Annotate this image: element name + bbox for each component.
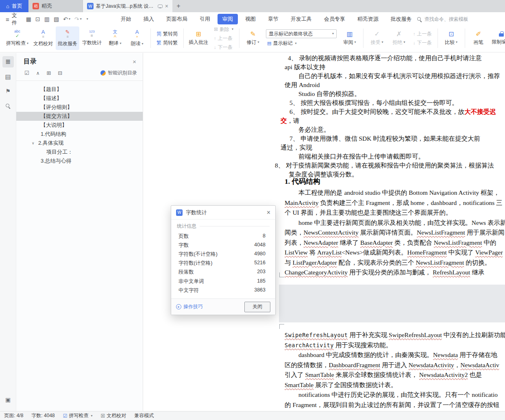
toc-close-icon[interactable]: × xyxy=(133,59,136,65)
toc-item[interactable]: 3.总结与心得 xyxy=(16,157,143,165)
search-panel-button[interactable] xyxy=(2,100,14,111)
print-preview-button[interactable]: ▧ xyxy=(52,15,61,23)
word-count-indicator[interactable]: 字数: 4048 xyxy=(31,412,54,419)
outline-panel-button[interactable]: ≣ xyxy=(2,56,14,67)
undo-button[interactable]: ↶▾ xyxy=(61,15,72,23)
dialog-title-bar[interactable]: W 字数统计 × xyxy=(171,206,275,220)
doc-line[interactable]: 列表，NewsAdapter 继承了 BaseAdapter 类，负责配合 Ne… xyxy=(285,238,505,248)
ink-brush-button[interactable]: ✐画笔 xyxy=(468,26,489,50)
doc-line[interactable]: 引入了 SmartTable 来展示全球数据疫情统计表， NewsdataAct… xyxy=(285,370,505,380)
tips-link[interactable]: 操作技巧 xyxy=(176,303,203,310)
docer-tab[interactable]: 稻 稻壳 xyxy=(28,0,83,12)
show-markup-button[interactable]: ▤显示标记▾ xyxy=(266,39,337,47)
toc-item[interactable]: 【评分细则】 xyxy=(16,103,143,112)
spell-check-toggle[interactable]: ☑ 拼写检查 ▾ xyxy=(63,412,93,419)
toolbar-more-button[interactable]: ▾ xyxy=(84,16,90,22)
doc-line[interactable]: 自己的手机版本，如果没有安卓手机演示可以使用模拟器进行演示，推荐 xyxy=(298,72,505,81)
toc-up-button[interactable]: ∧ xyxy=(35,70,41,77)
doc-line[interactable]: SearchActivity 用于实现搜索功能。 xyxy=(285,340,505,350)
doc-line[interactable]: dashboard 中完成疫情数据的统计，由秦漪实现。Newsdata 用于存储… xyxy=(298,350,505,360)
next-change-button[interactable]: ↓下一条 xyxy=(412,39,433,47)
doc-line[interactable]: 闻类，NewsContextActivity 展示新闻详情页面。NewsList… xyxy=(285,228,505,238)
main-menu-icon[interactable]: ≡ xyxy=(6,16,9,22)
tab-section[interactable]: 章节 xyxy=(263,14,283,24)
doc-line[interactable]: 前端相关接口并在报告中上传申请截图即可。 xyxy=(298,152,505,161)
dialog-close-icon[interactable]: × xyxy=(267,209,270,216)
chapter-panel-button[interactable]: ▤ xyxy=(2,71,14,82)
tab-references[interactable]: 引用 xyxy=(195,14,215,24)
redo-button[interactable]: ↷▾ xyxy=(73,15,83,23)
tab-member[interactable]: 会员专享 xyxy=(319,14,350,24)
doc-proofing-button[interactable]: A≡文档校对 xyxy=(31,26,55,50)
tab-insert[interactable]: 插入 xyxy=(139,14,159,24)
output-button[interactable]: ⊡ xyxy=(34,15,42,23)
delete-comment-button[interactable]: ⊠删除▾ xyxy=(213,26,235,33)
doc-line[interactable]: 的 Fragment，展现到目前为止读过的所有新闻，并设置了一个清空缓存的按钮 xyxy=(285,400,505,410)
toc-item[interactable]: 【大说明】 xyxy=(16,121,143,130)
document-tab[interactable]: W 基于Java实现...p系统 设计报告 × xyxy=(83,0,172,12)
spell-check-button[interactable]: abc✓拼写检查▾ xyxy=(4,26,30,50)
doc-line[interactable]: 6、 按时提交。由于大提交时间较晚，迟交可能来不及批改，故大不接受迟 xyxy=(290,107,505,116)
tab-correction-service[interactable]: 批改服务 xyxy=(386,14,417,24)
accept-change-button[interactable]: ✓接受▾ xyxy=(366,26,387,50)
doc-line[interactable]: 交，请 xyxy=(281,116,505,125)
thumbnail-panel-button[interactable]: ▣ xyxy=(2,394,14,405)
doc-line[interactable]: home 中主要进行新闻页面的展示及相关功能，由范文祥实现。News 表示新 xyxy=(298,218,505,228)
new-tab-button[interactable]: + xyxy=(172,0,185,12)
doc-line[interactable]: 个 UI 界面，并且主要功能也是主要围绕这三个界面展开的。 xyxy=(285,208,505,218)
doc-proofing-status-button[interactable]: ☒ 文档校对 xyxy=(101,412,126,419)
tab-page-layout[interactable]: 页面布局 xyxy=(161,14,192,24)
doc-line[interactable]: notifications 中进行历史记录的展现，由范文祥实现。只有一个 not… xyxy=(298,390,505,400)
doc-line[interactable]: MainActivity 负责构建三个主 Fragment，形成 home，da… xyxy=(285,198,505,208)
reject-change-button[interactable]: ✗拒绝▾ xyxy=(388,26,409,50)
translate-button[interactable]: 文A翻译▾ xyxy=(104,26,126,50)
compare-button[interactable]: ⊡比较▾ xyxy=(441,26,462,50)
correction-service-button[interactable]: ✎≡批改服务 xyxy=(56,26,79,50)
restrict-editing-button[interactable]: 限制编辑 xyxy=(490,26,505,50)
doc-line[interactable]: Studio 自带的模拟器。 xyxy=(298,89,505,98)
doc-line[interactable]: 7、 申请使用微博、微信 SDK 时流程较为繁琐，如果未能在提交大前 xyxy=(290,134,505,143)
save-button[interactable]: ▦ xyxy=(24,15,33,23)
home-tab[interactable]: ⌂ 首页 xyxy=(0,0,28,12)
doc-line[interactable]: 区的疫情数据，DashboardFragment 用于进入 NewsdataAc… xyxy=(285,360,505,370)
doc-line[interactable]: ListView 将 ArrayList<News>做成新闻列表。HomeFra… xyxy=(285,248,505,258)
toc-check-button[interactable]: ☑ xyxy=(23,69,31,77)
markup-state-combo[interactable]: 显示标记的最终状态▾ xyxy=(266,29,337,38)
tab-docer-resources[interactable]: 稻壳资源 xyxy=(353,14,383,24)
toc-item[interactable]: 【描述】 xyxy=(16,94,143,103)
doc-line[interactable]: 与 ListPagerAdapter 配合，实现表示分类的三个 NewsList… xyxy=(285,258,505,268)
doc-line[interactable]: SmartTable 展示了全国疫情数据统计表。 xyxy=(285,380,505,390)
prev-change-button[interactable]: ↑上一条 xyxy=(412,30,433,38)
toc-plus-button[interactable]: ⊞ xyxy=(45,69,52,77)
insert-comment-button[interactable]: ⊞插入批注 xyxy=(187,26,210,50)
next-comment-button[interactable]: ↓下一条 xyxy=(213,44,235,51)
bookmark-panel-button[interactable]: ⚑ xyxy=(2,85,14,97)
doc-line[interactable]: 本工程使用的是 android studio 中提供的 Bottom Navig… xyxy=(298,188,505,198)
toc-item[interactable]: 1.代码结构 xyxy=(16,130,143,139)
toc-item[interactable]: 项目分工： xyxy=(16,148,143,157)
print-button[interactable]: ▥ xyxy=(43,15,51,23)
read-aloud-button[interactable]: A»朗读▾ xyxy=(126,26,148,50)
simp-to-trad-button[interactable]: 繁简转繁 xyxy=(155,39,179,47)
tab-review[interactable]: 审阅 xyxy=(218,14,238,24)
doc-line[interactable]: api 版本以支持 xyxy=(285,63,505,72)
smart-toc-button[interactable]: 智能识别目录 xyxy=(100,70,137,76)
tab-start[interactable]: 开始 xyxy=(116,14,136,24)
doc-line[interactable]: 使用 Android xyxy=(285,81,505,89)
toc-minus-button[interactable]: ⊟ xyxy=(56,69,64,77)
doc-line[interactable]: 4、 录制的视频请按照表格顺序逐一介绍功能，使用自己手机时请注意 xyxy=(288,54,505,63)
doc-line[interactable]: 务必注意。 xyxy=(298,125,505,134)
toc-item[interactable]: 【提交方法】 xyxy=(16,112,143,121)
command-search[interactable]: 查找命令、搜索模板 xyxy=(417,16,468,23)
toc-item[interactable]: ∨2.具体实现 xyxy=(16,139,143,148)
doc-line[interactable]: ChangeCategoryActivity 用于实现分类的添加与删减， Ref… xyxy=(285,268,505,278)
word-count-button[interactable]: 123≡字数统计 xyxy=(80,26,104,50)
review-pane-button[interactable]: ▥审阅▾ xyxy=(339,26,360,50)
track-changes-button[interactable]: ✎修订▾ xyxy=(242,26,263,50)
tab-view[interactable]: 视图 xyxy=(240,14,261,24)
close-button[interactable]: 关闭 xyxy=(244,302,270,312)
toc-item[interactable]: 【题目】 xyxy=(16,85,143,94)
file-menu[interactable]: 文件 xyxy=(12,12,17,26)
tab-close-icon[interactable]: × xyxy=(165,3,168,9)
tab-dev-tools[interactable]: 开发工具 xyxy=(286,14,317,24)
